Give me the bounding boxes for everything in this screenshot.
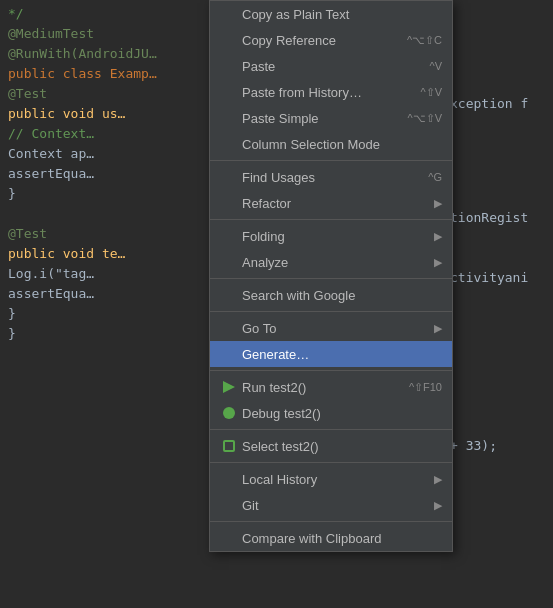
menu-item-refactor[interactable]: Refactor▶ [210, 190, 452, 216]
menu-item-label: Copy as Plain Text [242, 7, 442, 22]
menu-item-label: Refactor [242, 196, 426, 211]
menu-item-label: Column Selection Mode [242, 137, 442, 152]
menu-separator [210, 219, 452, 220]
menu-item-label: Paste from History… [242, 85, 405, 100]
menu-separator [210, 370, 452, 371]
menu-item-label: Debug test2() [242, 406, 442, 421]
menu-item-label: Local History [242, 472, 426, 487]
menu-separator [210, 521, 452, 522]
menu-item-label: Analyze [242, 255, 426, 270]
menu-item-folding[interactable]: Folding▶ [210, 223, 452, 249]
menu-item-label: Select test2() [242, 439, 442, 454]
menu-item-git[interactable]: Git▶ [210, 492, 452, 518]
menu-item-shortcut: ^⌥⇧C [407, 34, 442, 47]
debug-test2-icon [220, 407, 238, 419]
code-hint: + 33); [450, 436, 497, 456]
menu-item-label: Copy Reference [242, 33, 391, 48]
code-hint: tionRegist [450, 208, 528, 228]
menu-item-go-to[interactable]: Go To▶ [210, 315, 452, 341]
menu-item-analyze[interactable]: Analyze▶ [210, 249, 452, 275]
submenu-arrow-icon: ▶ [434, 230, 442, 243]
menu-separator [210, 462, 452, 463]
menu-item-column-mode[interactable]: Column Selection Mode [210, 131, 452, 157]
menu-separator [210, 278, 452, 279]
submenu-arrow-icon: ▶ [434, 499, 442, 512]
menu-item-shortcut: ^⌥⇧V [408, 112, 443, 125]
context-menu: Copy as Plain TextCopy Reference^⌥⇧CPast… [209, 0, 453, 552]
menu-item-paste-history[interactable]: Paste from History…^⇧V [210, 79, 452, 105]
menu-separator [210, 311, 452, 312]
code-hint: ctivityani [450, 268, 528, 288]
menu-item-shortcut: ^⇧F10 [409, 381, 442, 394]
menu-item-paste-simple[interactable]: Paste Simple^⌥⇧V [210, 105, 452, 131]
menu-item-label: Git [242, 498, 426, 513]
select-test2-icon [220, 440, 238, 452]
submenu-arrow-icon: ▶ [434, 473, 442, 486]
menu-item-compare-clipboard[interactable]: Compare with Clipboard [210, 525, 452, 551]
run-triangle-icon [223, 381, 235, 393]
menu-item-paste[interactable]: Paste^V [210, 53, 452, 79]
menu-item-label: Folding [242, 229, 426, 244]
menu-item-debug-test2[interactable]: Debug test2() [210, 400, 452, 426]
menu-separator [210, 160, 452, 161]
menu-item-copy-plain[interactable]: Copy as Plain Text [210, 1, 452, 27]
select-box-icon [223, 440, 235, 452]
menu-item-run-test2[interactable]: Run test2()^⇧F10 [210, 374, 452, 400]
submenu-arrow-icon: ▶ [434, 256, 442, 269]
menu-separator [210, 429, 452, 430]
submenu-arrow-icon: ▶ [434, 322, 442, 335]
menu-item-label: Go To [242, 321, 426, 336]
menu-item-label: Run test2() [242, 380, 393, 395]
menu-item-copy-ref[interactable]: Copy Reference^⌥⇧C [210, 27, 452, 53]
menu-item-label: Generate… [242, 347, 442, 362]
menu-item-find-usages[interactable]: Find Usages^G [210, 164, 452, 190]
menu-item-label: Compare with Clipboard [242, 531, 442, 546]
menu-item-label: Search with Google [242, 288, 442, 303]
submenu-arrow-icon: ▶ [434, 197, 442, 210]
menu-item-generate[interactable]: Generate… [210, 341, 452, 367]
menu-item-label: Find Usages [242, 170, 412, 185]
menu-item-shortcut: ^V [430, 60, 443, 72]
menu-item-search-google[interactable]: Search with Google [210, 282, 452, 308]
menu-item-select-test2[interactable]: Select test2() [210, 433, 452, 459]
menu-item-shortcut: ^G [428, 171, 442, 183]
menu-item-local-history[interactable]: Local History▶ [210, 466, 452, 492]
menu-item-shortcut: ^⇧V [421, 86, 443, 99]
menu-item-label: Paste Simple [242, 111, 392, 126]
code-hint: xception f [450, 94, 528, 114]
menu-item-label: Paste [242, 59, 414, 74]
run-test2-icon [220, 381, 238, 393]
debug-circle-icon [223, 407, 235, 419]
